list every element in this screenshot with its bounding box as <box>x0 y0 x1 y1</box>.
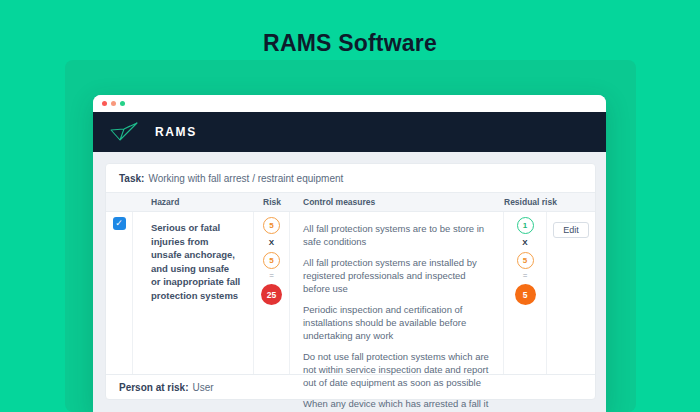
browser-window: RAMS Task: Working with fall arrest / re… <box>93 95 606 412</box>
header-hazard: Hazard <box>106 197 254 207</box>
edit-button[interactable]: Edit <box>553 222 589 238</box>
minimize-window-icon[interactable] <box>111 101 116 106</box>
risk-equals-operator: = <box>269 272 274 280</box>
table-header-row: Hazard Risk Control measures Residual ri… <box>106 192 595 212</box>
edit-cell: Edit <box>547 212 595 374</box>
task-label: Task: <box>119 173 144 184</box>
hazard-text: Serious or fatal injuries from unsafe an… <box>151 221 241 302</box>
control-measure: When any device which has arrested a fal… <box>303 397 489 412</box>
residual-equals-operator: = <box>523 272 528 280</box>
control-measures-cell: All fall protection systems are to be st… <box>290 212 504 374</box>
person-at-risk-value: User <box>192 382 213 393</box>
risk-likelihood-badge: 5 <box>263 217 280 234</box>
residual-multiply-operator: X <box>522 238 527 248</box>
header-control-measures: Control measures <box>290 197 504 207</box>
row-checkbox[interactable]: ✓ <box>113 217 126 230</box>
risk-score-badge: 25 <box>261 284 282 305</box>
rams-logo-icon <box>109 121 139 143</box>
task-row: Task: Working with fall arrest / restrai… <box>106 164 595 192</box>
risk-severity-badge: 5 <box>263 252 280 269</box>
residual-score-badge: 5 <box>515 284 536 305</box>
control-measure: Periodic inspection and certification of… <box>303 303 489 342</box>
header-residual-risk: Residual risk <box>504 197 547 207</box>
control-measure: All fall protection systems are to be st… <box>303 222 489 248</box>
residual-risk-cell: 1 X 5 = 5 <box>504 212 547 374</box>
fullscreen-window-icon[interactable] <box>120 101 125 106</box>
page-title: RAMS Software <box>0 30 700 57</box>
table-row: ✓ Serious or fatal injuries from unsafe … <box>106 212 595 374</box>
control-measure: All fall protection systems are installe… <box>303 256 489 295</box>
residual-likelihood-badge: 1 <box>517 217 534 234</box>
risk-assessment-card: Task: Working with fall arrest / restrai… <box>105 163 596 400</box>
control-measure: Do not use fall protection systems which… <box>303 350 489 389</box>
task-value: Working with fall arrest / restraint equ… <box>148 173 343 184</box>
browser-titlebar <box>93 95 606 112</box>
risk-multiply-operator: X <box>269 238 274 248</box>
person-at-risk-label: Person at risk: <box>119 382 188 393</box>
brand-name: RAMS <box>155 125 197 139</box>
header-risk: Risk <box>254 197 290 207</box>
checkmark-icon: ✓ <box>115 218 123 228</box>
close-window-icon[interactable] <box>102 101 107 106</box>
select-cell: ✓ <box>106 212 133 374</box>
risk-cell: 5 X 5 = 25 <box>254 212 290 374</box>
residual-severity-badge: 5 <box>517 252 534 269</box>
hazard-cell: Serious or fatal injuries from unsafe an… <box>133 212 254 374</box>
app-header: RAMS <box>93 112 606 152</box>
